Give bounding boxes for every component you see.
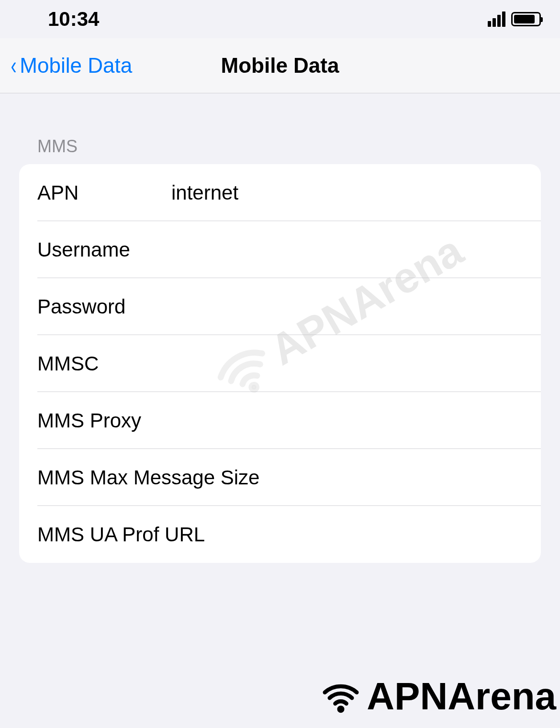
password-row[interactable]: Password [19,278,541,335]
content-area: MMS APN Username Password MMSC MMS Proxy… [0,93,560,563]
mms-proxy-label: MMS Proxy [37,409,171,432]
cellular-signal-icon [488,11,505,27]
mms-proxy-input[interactable] [171,409,523,432]
page-title: Mobile Data [221,54,339,78]
footer-text: APNArena [367,674,556,718]
wifi-icon [317,677,365,716]
battery-icon [511,12,541,26]
username-input[interactable] [171,238,523,261]
mmsc-input[interactable] [171,352,523,375]
username-row[interactable]: Username [19,221,541,278]
apn-input[interactable] [171,181,523,204]
chevron-left-icon: ‹ [11,51,17,80]
mms-ua-prof-row[interactable]: MMS UA Prof URL [19,506,541,563]
back-label: Mobile Data [20,54,132,78]
mmsc-row[interactable]: MMSC [19,335,541,392]
back-button[interactable]: ‹ Mobile Data [10,51,132,80]
mms-max-size-input[interactable] [259,466,523,489]
footer-logo: APNArena [317,674,556,718]
apn-row[interactable]: APN [19,164,541,221]
mms-max-size-row[interactable]: MMS Max Message Size [19,449,541,506]
section-header-mms: MMS [19,136,541,157]
apn-label: APN [37,181,171,204]
mms-proxy-row[interactable]: MMS Proxy [19,392,541,449]
mms-ua-prof-input[interactable] [205,523,523,546]
navigation-bar: ‹ Mobile Data Mobile Data [0,38,560,93]
status-time: 10:34 [48,8,99,31]
mms-settings-group: APN Username Password MMSC MMS Proxy MMS… [19,164,541,563]
mmsc-label: MMSC [37,352,171,375]
mms-max-size-label: MMS Max Message Size [37,466,259,489]
mms-ua-prof-label: MMS UA Prof URL [37,523,205,546]
svg-point-1 [339,707,343,711]
password-label: Password [37,295,171,318]
username-label: Username [37,238,171,261]
status-bar: 10:34 [0,0,560,38]
status-indicators [488,11,541,27]
password-input[interactable] [171,295,523,318]
